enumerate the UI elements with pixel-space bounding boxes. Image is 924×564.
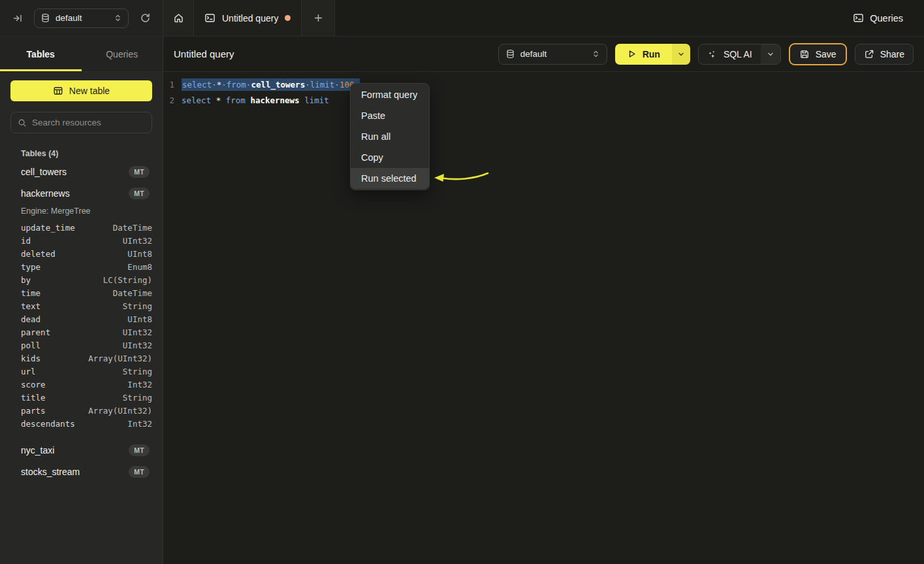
sql-ai-button[interactable]: SQL AI (699, 44, 761, 64)
top-bar-left: default (0, 0, 163, 36)
code-token: · (212, 80, 217, 90)
sql-editor[interactable]: 1select·*·from·cell_towers·limit·100·2se… (163, 72, 924, 564)
code-line: 1select·*·from·cell_towers·limit·100· (163, 76, 924, 92)
column-name: time (21, 288, 40, 298)
column-name: update_time (21, 223, 75, 233)
top-bar: default Untitled query Queries (0, 0, 924, 37)
column-type: Int32 (127, 419, 152, 429)
column-name: title (21, 393, 46, 403)
column-name: descendants (21, 419, 75, 429)
sql-ai-button-label: SQL AI (724, 49, 752, 59)
column-row: pollUInt32 (10, 339, 152, 352)
database-selector[interactable]: default (34, 8, 129, 28)
context-menu-item-copy[interactable]: Copy (351, 147, 429, 168)
table-row[interactable]: hackernewsMT (10, 182, 152, 204)
sub-header: Tables Queries Untitled query default Ru… (0, 37, 924, 72)
column-type: UInt32 (123, 236, 152, 246)
sidebar-tab-queries[interactable]: Queries (82, 37, 163, 71)
unsaved-changes-dot (285, 15, 291, 21)
sidebar-tab-tables[interactable]: Tables (0, 37, 82, 71)
engine-badge: MT (129, 466, 150, 478)
code-token: cell_towers (251, 80, 305, 90)
tables-section-title: Tables (4) (21, 149, 152, 158)
context-menu-item-paste[interactable]: Paste (351, 105, 429, 126)
table-icon (53, 86, 63, 96)
column-type: String (123, 393, 152, 403)
query-header: Untitled query default Run SQL AI (163, 37, 924, 71)
line-number: 2 (163, 95, 182, 105)
tab-untitled-query[interactable]: Untitled query (194, 0, 302, 36)
code-token: · (305, 80, 310, 90)
code-token (221, 95, 226, 105)
engine-badge: MT (129, 444, 150, 456)
column-name: url (21, 367, 36, 376)
engine-label: Engine: MergeTree (21, 207, 152, 216)
column-type: UInt8 (127, 314, 152, 324)
code-lines: 1select·*·from·cell_towers·limit·100·2se… (163, 76, 924, 108)
table-row[interactable]: nyc_taxiMT (10, 439, 152, 461)
context-menu-item-run-all[interactable]: Run all (351, 126, 429, 147)
table-name: hackernews (21, 188, 129, 199)
sql-ai-options-button[interactable] (761, 44, 780, 64)
share-button[interactable]: Share (855, 44, 914, 65)
column-name: score (21, 380, 46, 390)
sidebar-tabs: Tables Queries (0, 37, 163, 71)
plus-icon (313, 13, 323, 23)
code-token: limit (310, 80, 335, 90)
engine-badge: MT (129, 166, 150, 178)
column-row: typeEnum8 (10, 260, 152, 273)
column-type: Enum8 (127, 262, 152, 272)
sparkles-icon (707, 49, 718, 59)
column-type: Int32 (127, 380, 152, 390)
column-row: textString (10, 299, 152, 312)
save-floppy-icon (799, 49, 810, 59)
collapse-sidebar-icon (12, 13, 23, 24)
table-row[interactable]: cell_towersMT (10, 161, 152, 182)
column-name: parent (21, 327, 50, 337)
column-type: LC(String) (103, 275, 152, 285)
search-icon (18, 118, 27, 127)
context-menu-item-run-selected[interactable]: Run selected (351, 168, 429, 189)
column-type: Array(UInt32) (88, 406, 152, 416)
column-name: id (21, 236, 31, 246)
new-tab-button[interactable] (302, 0, 334, 36)
save-button[interactable]: Save (789, 43, 847, 65)
collapse-sidebar-button[interactable] (9, 10, 26, 27)
table-name: cell_towers (21, 167, 129, 177)
main-body: New table Tables (4) cell_towersMThacker… (0, 72, 924, 564)
refresh-icon (140, 12, 151, 24)
share-button-label: Share (880, 49, 904, 59)
chevron-up-down-icon (114, 14, 122, 22)
run-button[interactable]: Run (615, 44, 672, 65)
queries-terminal-icon (853, 12, 864, 24)
refresh-button[interactable] (136, 10, 153, 27)
column-name: poll (21, 340, 40, 350)
database-icon (505, 49, 515, 59)
code-token (329, 95, 334, 105)
column-row: scoreInt32 (10, 378, 152, 391)
context-menu-item-format-query[interactable]: Format query (351, 84, 429, 105)
column-type: UInt8 (127, 249, 152, 259)
query-title: Untitled query (174, 48, 234, 59)
code-token (211, 95, 216, 105)
code-token: hackernews (250, 95, 299, 105)
code-token: limit (304, 95, 329, 105)
column-row: parentUInt32 (10, 325, 152, 339)
code-token: from (227, 80, 246, 90)
column-name: kids (21, 354, 40, 363)
home-icon (173, 12, 184, 24)
code-text: select * from hackernews limit (182, 95, 334, 105)
search-input[interactable] (32, 118, 148, 127)
table-row[interactable]: stocks_streamMT (10, 461, 152, 482)
run-options-button[interactable] (672, 44, 690, 65)
home-button[interactable] (163, 0, 194, 36)
share-icon (864, 49, 874, 59)
tab-label: Untitled query (222, 13, 278, 24)
new-table-button[interactable]: New table (10, 80, 152, 101)
column-row: titleString (10, 391, 152, 404)
queries-button[interactable]: Queries (842, 0, 914, 36)
editor-context-menu: Format queryPasteRun allCopyRun selected (350, 83, 430, 190)
query-database-selector[interactable]: default (498, 44, 607, 65)
column-row: urlString (10, 365, 152, 378)
column-row: deletedUInt8 (10, 247, 152, 260)
